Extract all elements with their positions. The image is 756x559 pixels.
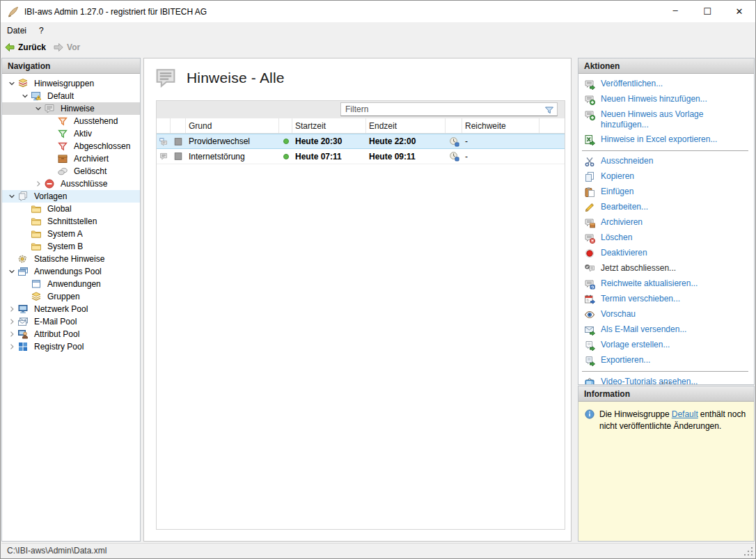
deleted-boxes-icon xyxy=(57,166,68,177)
minimize-button[interactable]: – xyxy=(659,1,691,22)
chevron-right-icon[interactable] xyxy=(6,342,17,352)
tree-item-geloescht[interactable]: Gelöscht xyxy=(2,165,140,178)
close-button[interactable]: ✕ xyxy=(723,1,755,22)
action-veroeffentlichen[interactable]: Veröffentlichen... xyxy=(578,77,754,92)
action-bearbeiten[interactable]: Bearbeiten... xyxy=(578,200,754,215)
expander-spacer xyxy=(19,229,30,239)
tree-item-global[interactable]: Global xyxy=(2,203,140,215)
menu-datei[interactable]: Datei xyxy=(1,24,33,38)
table-row[interactable]: Internetstörung Heute 07:11 Heute 09:11 … xyxy=(157,149,565,164)
tree-item-email-pool[interactable]: E-Mail Pool xyxy=(2,315,140,328)
update-scope-icon xyxy=(584,278,595,290)
col-status[interactable] xyxy=(279,118,292,133)
edit-pencil-icon xyxy=(584,202,595,213)
back-button[interactable]: Zurück xyxy=(1,40,49,54)
chevron-down-icon[interactable] xyxy=(6,267,17,277)
col-grund[interactable]: Grund xyxy=(186,118,279,133)
chevron-right-icon[interactable] xyxy=(33,179,43,189)
excel-export-icon xyxy=(584,134,595,145)
tree-item-anwendungs-pool[interactable]: Anwendungs Pool xyxy=(2,265,140,278)
cell-startzeit: Heute 07:11 xyxy=(292,152,366,162)
gray-square-icon xyxy=(171,136,186,147)
tree-item-aktiv[interactable]: Aktiv xyxy=(2,127,140,140)
tree-item-archiviert[interactable]: Archiviert xyxy=(2,152,140,165)
expander-spacer xyxy=(19,242,30,252)
publish-icon xyxy=(584,79,595,90)
chevron-right-icon[interactable] xyxy=(6,329,17,340)
actions-list: Veröffentlichen... Neuen Hinweis hinzufü… xyxy=(578,74,754,384)
tree-item-anwendungen[interactable]: Anwendungen xyxy=(2,278,140,290)
archive-box-icon xyxy=(57,153,68,164)
window-controls: – ☐ ✕ xyxy=(659,1,755,22)
chevron-down-icon[interactable] xyxy=(6,191,17,202)
chevron-right-icon[interactable] xyxy=(6,304,17,315)
tree-item-default[interactable]: Default xyxy=(2,90,140,102)
chevron-down-icon[interactable] xyxy=(19,91,30,102)
actions-header: Aktionen xyxy=(578,58,754,74)
filter-funnel-icon[interactable] xyxy=(544,104,555,116)
col-endzeit[interactable]: Endzeit xyxy=(366,118,446,133)
maximize-button[interactable]: ☐ xyxy=(691,1,723,22)
tree-item-ausschluesse[interactable]: Ausschlüsse xyxy=(2,178,140,190)
tree-item-vorlagen[interactable]: Vorlagen xyxy=(2,190,140,203)
action-deaktivieren[interactable]: Deaktivieren xyxy=(578,246,754,261)
app-pool-icon xyxy=(17,266,29,277)
funnel-green-icon xyxy=(57,128,68,139)
tree-item-attribut-pool[interactable]: Attribut Pool xyxy=(2,328,140,340)
hints-table: Grund Startzeit Endzeit Reichweite Provi… xyxy=(156,100,565,530)
table-row[interactable]: Providerwechsel Heute 20:30 Heute 22:00 … xyxy=(157,134,565,149)
information-panel: Information Die HinweisgruppeDefaultenth… xyxy=(578,386,755,542)
tree-item-registry-pool[interactable]: Registry Pool xyxy=(2,340,140,353)
action-einfuegen[interactable]: Einfügen xyxy=(578,184,754,200)
col-scope-icon[interactable] xyxy=(446,118,462,133)
action-reichweite-aktualisieren[interactable]: Reichweite aktualisieren... xyxy=(578,276,754,292)
col-startzeit[interactable]: Startzeit xyxy=(292,118,366,133)
action-neuen-hinweis[interactable]: Neuen Hinweis hinzufügen... xyxy=(578,92,754,107)
col-reichweite[interactable]: Reichweite xyxy=(462,118,540,133)
tree-item-hinweise[interactable]: Hinweise xyxy=(2,102,140,115)
tree-item-statische-hinweise[interactable]: Statische Hinweise xyxy=(2,253,140,265)
chevron-right-icon[interactable] xyxy=(6,317,17,327)
action-termin-verschieben[interactable]: Termin verschieben... xyxy=(578,292,754,307)
tree-item-ausstehend[interactable]: Ausstehend xyxy=(2,115,140,127)
tree-item-netzwerk-pool[interactable]: Netzwerk Pool xyxy=(2,303,140,315)
tree-item-schnittstellen[interactable]: Schnittstellen xyxy=(2,215,140,228)
chevron-down-icon[interactable] xyxy=(33,104,43,114)
filter-field xyxy=(340,102,558,116)
action-hinweis-aus-vorlage[interactable]: Neuen Hinweis aus Vorlage hinzufügen... xyxy=(578,107,754,132)
status-bar: C:\IBI-aws\Admin\Data.xml xyxy=(1,543,755,558)
col-type-icon[interactable] xyxy=(157,118,171,133)
forward-button: Vor xyxy=(49,40,84,54)
action-loeschen[interactable]: Löschen xyxy=(578,230,754,246)
resize-grip[interactable] xyxy=(744,547,753,556)
actions-panel: Aktionen Veröffentlichen... Neuen Hinwei… xyxy=(578,58,755,385)
tree-item-system-a[interactable]: System A xyxy=(2,228,140,240)
action-kopieren[interactable]: Kopieren xyxy=(578,169,754,184)
information-header: Information xyxy=(578,386,754,402)
action-vorschau[interactable]: Vorschau xyxy=(578,307,754,322)
chevron-down-icon[interactable] xyxy=(6,79,17,89)
tree-item-gruppen[interactable]: Gruppen xyxy=(2,290,140,303)
cell-grund: Providerwechsel xyxy=(186,136,279,146)
action-ausschneiden[interactable]: Ausschneiden xyxy=(578,154,754,169)
registry-pool-icon xyxy=(17,341,29,352)
default-group-link[interactable]: Default xyxy=(672,409,698,419)
status-dot-green xyxy=(279,154,292,159)
action-exportieren[interactable]: Exportieren... xyxy=(578,353,754,368)
filter-input[interactable] xyxy=(345,103,540,116)
expander-spacer xyxy=(19,279,30,290)
menu-help[interactable]: ? xyxy=(33,24,50,38)
network-pool-icon xyxy=(17,304,29,315)
action-excel-export[interactable]: Hinweise in Excel exportieren... xyxy=(578,132,754,148)
gray-square-icon xyxy=(171,151,186,162)
col-color-icon[interactable] xyxy=(171,118,186,133)
tree-item-hinweisgruppen[interactable]: Hinweisgruppen xyxy=(2,77,140,90)
action-archivieren[interactable]: Archivieren xyxy=(578,215,754,230)
expander-spacer xyxy=(6,254,17,265)
title-bar[interactable]: IBI-aws Admin 1.27.0 - registriert für I… xyxy=(1,1,755,22)
tree-item-abgeschlossen[interactable]: Abgeschlossen xyxy=(2,140,140,152)
tree-item-system-b[interactable]: System B xyxy=(2,240,140,253)
action-als-email-versenden[interactable]: Als E-Mail versenden... xyxy=(578,322,754,338)
panel-splitter-handle[interactable] xyxy=(578,382,754,384)
action-vorlage-erstellen[interactable]: Vorlage erstellen... xyxy=(578,338,754,353)
